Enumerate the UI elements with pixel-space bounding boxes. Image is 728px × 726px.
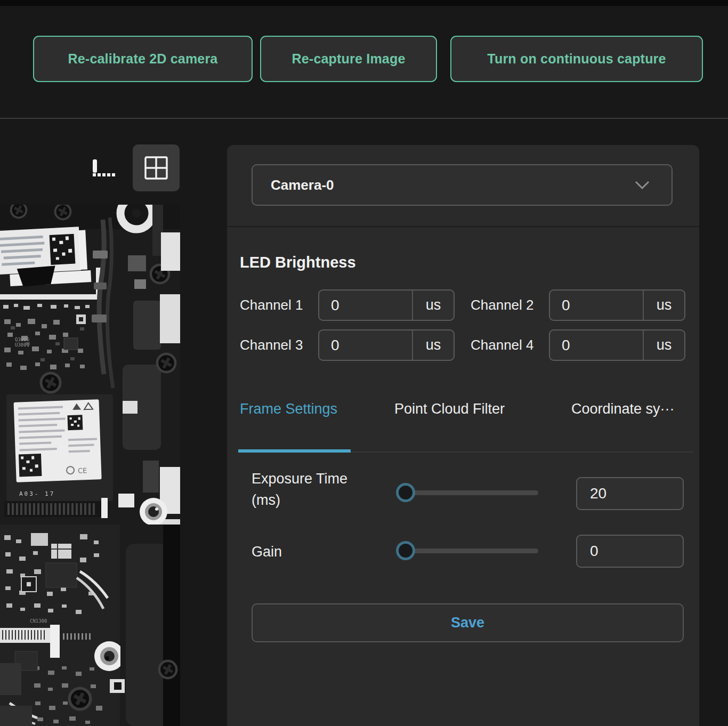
- tab-coordinate-system[interactable]: Coordinate sy···: [571, 401, 695, 417]
- pcb-ref-cn: CN1300: [30, 618, 47, 624]
- exposure-slider[interactable]: [398, 483, 538, 502]
- channel-3-input[interactable]: [319, 330, 412, 360]
- channel-3-label: Channel 3: [240, 337, 303, 353]
- gain-label: Gain: [252, 541, 282, 562]
- svg-text:CE: CE: [78, 466, 87, 475]
- camera-select-value: Camera-0: [253, 177, 634, 193]
- channel-1-input-group: us: [318, 289, 455, 321]
- section-divider: [227, 226, 699, 227]
- gain-value-input[interactable]: [577, 543, 675, 560]
- channel-2-input-group: us: [549, 289, 685, 321]
- gain-value-box: [576, 535, 684, 568]
- channel-3-unit: us: [413, 330, 454, 360]
- exposure-time-label: Exposure Time (ms): [252, 468, 347, 511]
- channel-1-input[interactable]: [319, 291, 412, 320]
- pcb-module-marking: A03- 17: [19, 490, 55, 497]
- channel-4-label: Channel 4: [471, 337, 534, 353]
- exposure-value-box: [576, 477, 684, 510]
- gain-slider-handle[interactable]: [396, 541, 415, 560]
- camera-select[interactable]: Camera-0: [252, 164, 673, 206]
- channel-2-unit: us: [644, 291, 684, 320]
- recalibrate-2d-camera-button[interactable]: Re-calibrate 2D camera: [33, 36, 253, 82]
- recapture-image-button[interactable]: Re-capture Image: [260, 36, 437, 82]
- gain-slider[interactable]: [398, 541, 538, 560]
- tab-point-cloud-filter[interactable]: Point Cloud Filter: [394, 401, 505, 417]
- channel-2-input[interactable]: [550, 291, 643, 320]
- channel-4-input[interactable]: [550, 330, 643, 360]
- gain-slider-track[interactable]: [398, 548, 538, 553]
- exposure-slider-handle[interactable]: [396, 483, 415, 502]
- pcb-ref-u: U3001: [15, 342, 29, 348]
- exposure-slider-track[interactable]: [398, 490, 538, 495]
- save-button[interactable]: Save: [252, 603, 684, 642]
- channel-3-input-group: us: [318, 329, 455, 361]
- header-divider: [0, 118, 728, 119]
- pcb-ref-q: Q3006: [15, 337, 29, 342]
- continuous-capture-button[interactable]: Turn on continuous capture: [450, 36, 703, 82]
- channel-4-input-group: us: [549, 329, 685, 361]
- single-pane-view-icon: [93, 162, 115, 176]
- exposure-value-input[interactable]: [577, 485, 675, 502]
- camera-settings-panel: Camera-0 LED Brightness Channel 1 us Cha…: [227, 145, 699, 726]
- camera-image-view: CE A03- 17 Q3006 U3001: [0, 205, 180, 726]
- led-brightness-title: LED Brightness: [240, 254, 356, 271]
- channel-1-unit: us: [413, 291, 454, 320]
- channel-2-label: Channel 2: [471, 297, 534, 313]
- single-view-toggle[interactable]: [86, 153, 122, 185]
- channel-1-label: Channel 1: [240, 297, 303, 313]
- top-strip: [0, 0, 728, 6]
- grid-view-toggle[interactable]: [133, 144, 180, 191]
- chevron-down-icon: [634, 180, 650, 190]
- active-tab-indicator: [238, 449, 351, 453]
- tab-frame-settings[interactable]: Frame Settings: [240, 401, 337, 417]
- channel-4-unit: us: [644, 330, 684, 360]
- grid-view-icon: [144, 156, 168, 180]
- app-window: Re-calibrate 2D camera Re-capture Image …: [0, 0, 728, 726]
